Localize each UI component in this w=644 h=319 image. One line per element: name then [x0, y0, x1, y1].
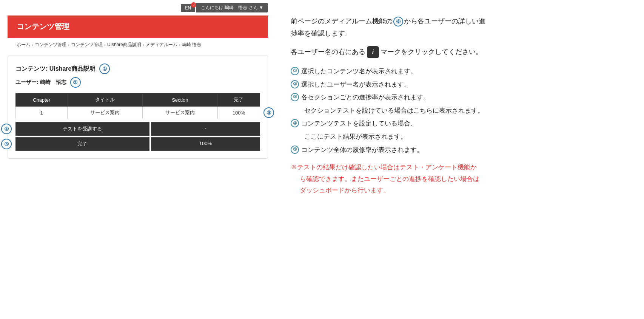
annotation-4-badge: ④ [1, 124, 12, 134]
cell-section: サービス案内 [143, 107, 218, 119]
breadcrumb-user: 嶋崎 悟志 [182, 42, 201, 48]
annotation-line-4-sub: ここにテスト結果が表示されます。 [291, 131, 625, 143]
cell-chapter: 1 [16, 107, 68, 119]
breadcrumb-content-mgmt2[interactable]: コンテンツ管理 [71, 42, 103, 48]
user-menu-button[interactable]: こんにちは 嶋崎 悟志 さん ▼ [196, 3, 268, 12]
breadcrumb-uishare[interactable]: UIshare商品説明 [107, 42, 141, 48]
content-title-row: コンテンツ: UIshare商品説明 ① [15, 63, 260, 74]
left-panel: EN 2 こんにちは 嶋崎 悟志 さん ▼ コンテンツ管理 ホーム › コンテン… [0, 0, 276, 319]
breadcrumb-media-room[interactable]: メディアルーム [146, 42, 177, 48]
annotation-3-badge: ③ [263, 107, 274, 118]
breadcrumb-content-mgmt1[interactable]: コンテンツ管理 [35, 42, 66, 48]
breadcrumb: ホーム › コンテンツ管理 › コンテンツ管理 › UIshare商品説明 › … [8, 38, 268, 52]
annotation-line-1: ① 選択したコンテンツ名が表示されます。 [291, 66, 625, 77]
right-panel: 前ページのメディアルーム機能の⑥から各ユーザーの詳しい進捗率を確認します。 各ユ… [276, 0, 644, 319]
page-title: コンテンツ管理 [17, 22, 259, 32]
breadcrumb-home[interactable]: ホーム [17, 42, 30, 48]
user-label: ユーザー: 嶋崎 悟志 [15, 79, 66, 86]
table-row: 1 サービス案内 サービス案内 100% ③ [16, 107, 260, 119]
annotation-line-4: ④ コンテンツテストを設定している場合、 [291, 118, 625, 130]
lang-button[interactable]: EN 2 [181, 4, 195, 12]
notification-badge: 2 [191, 2, 196, 8]
annotation-line-3: ③ 各セクションごとの進捗率が表示されます。 [291, 92, 625, 104]
row5-label: 完了 [77, 141, 87, 147]
cell-title: サービス案内 [68, 107, 143, 119]
annotation-5-badge: ⑤ [1, 139, 12, 149]
row5-value: 100% [199, 141, 212, 146]
note-line-1: ※テストの結果だけ確認したい場合はテスト・アンケート機能か [291, 164, 477, 171]
col-completion: 完了 [217, 93, 260, 107]
annotation-line-3-sub: セクションテストを設けている場合はこちらに表示されます。 [291, 105, 625, 117]
col-section: Section [143, 93, 218, 107]
row4-label: テストを受講する [63, 126, 102, 132]
annotation-line-5: ⑤ コンテンツ全体の履修率が表示されます。 [291, 144, 625, 156]
intro-paragraph-2: 各ユーザー名の右にあるiマークをクリックしてください。 [291, 46, 625, 58]
info-icon: i [367, 46, 379, 58]
row4-value: - [205, 125, 206, 131]
progress-table: Chapter タイトル Section 完了 1 サービス案内 サービス案内 … [15, 93, 260, 119]
col-chapter: Chapter [16, 93, 68, 107]
annotation-1-badge: ① [99, 63, 110, 74]
cell-completion: 100% ③ [217, 107, 260, 119]
annotation-line-2: ② 選択したユーザー名が表示されます。 [291, 79, 625, 91]
content-title: コンテンツ: UIshare商品説明 [15, 65, 96, 73]
note-line-3: ダッシュボードから行います。 [291, 185, 625, 197]
page-header: コンテンツ管理 [8, 15, 268, 38]
col-title: タイトル [68, 93, 143, 107]
top-nav: EN 2 こんにちは 嶋崎 悟志 さん ▼ [0, 0, 276, 15]
annotation-2-badge: ② [70, 77, 81, 88]
circle-6: ⑥ [393, 17, 403, 26]
annotation-block: ① 選択したコンテンツ名が表示されます。 ② 選択したユーザー名が表示されます。… [291, 66, 625, 156]
note-line-2: ら確認できます。またユーザーごとの進捗を確認したい場合は [291, 173, 625, 185]
note-text: ※テストの結果だけ確認したい場合はテスト・アンケート機能か ら確認できます。また… [291, 162, 625, 197]
intro-paragraph-1: 前ページのメディアルーム機能の⑥から各ユーザーの詳しい進捗率を確認します。 [291, 15, 625, 40]
user-row: ユーザー: 嶋崎 悟志 ② [15, 77, 260, 88]
content-card: コンテンツ: UIshare商品説明 ① ユーザー: 嶋崎 悟志 ② Chapt… [8, 56, 268, 159]
